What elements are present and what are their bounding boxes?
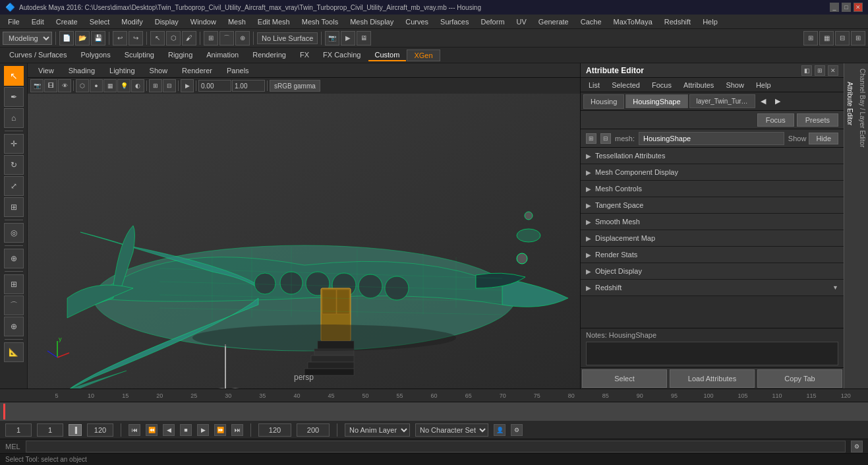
vp-field1[interactable] (198, 80, 231, 92)
menu-display[interactable]: Display (150, 16, 184, 27)
select-icon[interactable]: ↖ (150, 31, 165, 46)
menu-edit[interactable]: Edit (26, 16, 49, 27)
menu-create[interactable]: Create (51, 16, 83, 27)
tab-next-arrow[interactable]: ▶ (771, 94, 784, 108)
viewport-lighting-menu[interactable]: Lighting (104, 65, 140, 76)
minimize-button[interactable]: _ (830, 3, 839, 12)
section-mesh-controls-header[interactable]: ▶ Mesh Controls (581, 181, 844, 197)
vp-camera-icon[interactable]: 📷 (30, 79, 43, 92)
notes-textarea[interactable] (586, 342, 838, 365)
playback-next-icon[interactable]: ⏩ (214, 424, 226, 436)
vp-render-icon[interactable]: ▶ (181, 79, 194, 92)
save-file-icon[interactable]: 💾 (91, 31, 105, 46)
menu-edit-mesh[interactable]: Edit Mesh (252, 16, 295, 27)
rotate-tool-icon[interactable]: ↻ (4, 155, 24, 175)
section-tangent-space-header[interactable]: ▶ Tangent Space (581, 197, 844, 213)
menu-mesh[interactable]: Mesh (223, 16, 251, 27)
workspace-sculpting[interactable]: Sculpting (118, 49, 161, 61)
select-tool-icon[interactable]: ↖ (4, 66, 24, 86)
paint-icon[interactable]: 🖌 (182, 31, 196, 46)
snap-curve-lt-icon[interactable]: ⌒ (4, 295, 24, 315)
menu-help[interactable]: Help (697, 16, 723, 27)
snap-grid-lt-icon[interactable]: ⊞ (4, 274, 24, 294)
section-displacement-map-header[interactable]: ▶ Displacement Map (581, 230, 844, 246)
layout-icon-3[interactable]: ⊟ (835, 31, 850, 46)
menu-generate[interactable]: Generate (533, 16, 574, 27)
mesh-value-input[interactable] (639, 132, 784, 145)
workspace-fx[interactable]: FX (293, 49, 316, 61)
viewport[interactable]: persp y (28, 94, 580, 388)
char-set-icon-2[interactable]: ⚙ (511, 424, 523, 436)
playback-step-fwd-icon[interactable]: ▶ (197, 424, 209, 436)
playback-step-back-icon[interactable]: ◀ (163, 424, 175, 436)
measure-tool-icon[interactable]: 📐 (4, 342, 24, 362)
redo-icon[interactable]: ↪ (129, 31, 143, 46)
menu-modify[interactable]: Modify (116, 16, 148, 27)
playback-start-icon[interactable]: ⏮ (129, 424, 140, 436)
vp-hud-icon[interactable]: ⊟ (163, 79, 176, 92)
attribute-editor-tab[interactable]: Attribute Editor (846, 82, 854, 383)
menu-mesh-display[interactable]: Mesh Display (345, 16, 399, 27)
section-tessellation-header[interactable]: ▶ Tessellation Attributes (581, 148, 844, 164)
workspace-custom[interactable]: Custom (368, 49, 407, 61)
vp-light-icon[interactable]: 💡 (117, 79, 130, 92)
menu-mesh-tools[interactable]: Mesh Tools (297, 16, 343, 27)
move-tool-icon[interactable]: ✛ (4, 134, 24, 154)
hide-button[interactable]: Hide (809, 133, 838, 144)
vp-film-icon[interactable]: 🎞 (44, 79, 57, 92)
menu-window[interactable]: Window (185, 16, 221, 27)
fps-field[interactable] (297, 423, 330, 437)
layout-icon-2[interactable]: ▦ (819, 31, 834, 46)
vp-grid-icon[interactable]: ⊞ (149, 79, 162, 92)
menu-surfaces[interactable]: Surfaces (435, 16, 474, 27)
soft-select-icon[interactable]: ◎ (4, 223, 24, 243)
end-frame-field[interactable] (87, 423, 113, 437)
menu-cache[interactable]: Cache (575, 16, 607, 27)
viewport-shading-menu[interactable]: Shading (63, 65, 100, 76)
attr-menu-selected[interactable]: Selected (606, 80, 645, 90)
attr-close-icon[interactable]: ✕ (828, 65, 838, 76)
workspace-curves-surfaces[interactable]: Curves / Surfaces (3, 49, 73, 61)
vp-smooth-icon[interactable]: ● (90, 79, 103, 92)
show-manip-icon[interactable]: ⊕ (4, 249, 24, 268)
viewport-renderer-menu[interactable]: Renderer (177, 65, 217, 76)
render-icon[interactable]: ▶ (341, 31, 355, 46)
mel-input[interactable] (26, 441, 846, 452)
attr-menu-show[interactable]: Show (720, 80, 749, 90)
channel-bay-tab[interactable]: Channel Bay / Layer Editor (859, 69, 866, 383)
snap-point-icon[interactable]: ⊕ (235, 31, 250, 46)
workspace-animation[interactable]: Animation (200, 49, 245, 61)
playback-end-icon[interactable]: ⏭ (231, 424, 243, 436)
mesh-copy-icon[interactable]: ⊞ (586, 133, 596, 144)
vp-eye-icon[interactable]: 👁 (58, 79, 71, 92)
paint-select-icon[interactable]: ✒ (4, 87, 24, 107)
camera-icon[interactable]: 📷 (325, 31, 339, 46)
presets-button[interactable]: Presets (797, 113, 838, 127)
workspace-rigging[interactable]: Rigging (161, 49, 199, 61)
menu-redshift[interactable]: Redshift (659, 16, 696, 27)
section-redshift-header[interactable]: ▶ Redshift ▼ (581, 280, 844, 295)
playback-stop-icon[interactable]: ■ (180, 424, 192, 436)
section-object-display-header[interactable]: ▶ Object Display (581, 263, 844, 279)
start-frame-field[interactable] (37, 423, 63, 437)
snap-grid-icon[interactable]: ⊞ (204, 31, 218, 46)
menu-curves[interactable]: Curves (400, 16, 434, 27)
workspace-polygons[interactable]: Polygons (74, 49, 117, 61)
playback-prev-icon[interactable]: ⏪ (146, 424, 158, 436)
anim-layer-select[interactable]: No Anim Layer (345, 423, 410, 437)
menu-deform[interactable]: Deform (475, 16, 509, 27)
layout-icon-1[interactable]: ⊞ (803, 31, 818, 46)
char-set-icon-1[interactable]: 👤 (494, 424, 506, 436)
layout-icon-4[interactable]: ⊞ (851, 31, 865, 46)
menu-uv[interactable]: UV (511, 16, 532, 27)
copy-tab-button[interactable]: Copy Tab (757, 369, 842, 388)
select-button[interactable]: Select (582, 369, 667, 388)
load-attributes-button[interactable]: Load Attributes (670, 369, 755, 388)
playback-end-field[interactable] (258, 423, 291, 437)
transform-tool-icon[interactable]: ⊞ (4, 197, 24, 217)
attr-menu-attributes[interactable]: Attributes (678, 80, 719, 90)
section-mesh-component-header[interactable]: ▶ Mesh Component Display (581, 164, 844, 180)
vp-wire-icon[interactable]: ⬡ (76, 79, 89, 92)
workspace-fx-caching[interactable]: FX Caching (316, 49, 367, 61)
viewport-view-menu[interactable]: View (33, 65, 59, 76)
